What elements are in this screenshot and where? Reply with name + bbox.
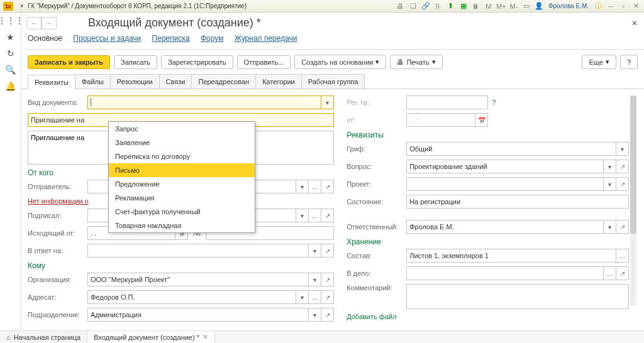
question-field[interactable]: Проектирование зданий (406, 160, 604, 173)
print-icon[interactable]: 🖶 (396, 2, 406, 11)
dropdown-icon[interactable]: ▾ (309, 273, 321, 286)
open-icon[interactable]: ↗ (321, 244, 334, 258)
dropdown-icon[interactable]: ▾ (17, 2, 27, 11)
open-icon[interactable]: ↗ (321, 180, 334, 193)
open-icon[interactable]: ↗ (321, 290, 334, 304)
open-icon[interactable]: ↗ (616, 266, 629, 280)
todeal-field[interactable] (406, 266, 604, 280)
tab-categories[interactable]: Категории (255, 74, 302, 89)
dropdown-icon[interactable]: ▾ (309, 244, 321, 258)
home-tab[interactable]: ⌂ Начальная страница (0, 332, 87, 343)
ellipsis-icon[interactable]: … (309, 209, 321, 222)
nav-journal[interactable]: Журнал передачи (235, 34, 297, 43)
close-icon[interactable]: ✕ (203, 333, 208, 341)
addfile-link[interactable]: Добавить файл (347, 313, 629, 320)
dropitem[interactable]: Счет-фактура полученный (109, 205, 255, 219)
responsible-field[interactable]: Фролова Е.М. (406, 220, 604, 234)
bell-icon[interactable]: 🔔 (5, 80, 16, 92)
send-button[interactable]: Отправить... (237, 55, 291, 69)
state-field[interactable]: На регистрации (406, 195, 629, 209)
composition-field[interactable]: Листов 1, экземпляров 1 (406, 249, 616, 263)
apps-icon[interactable]: ⋮⋮⋮ (5, 15, 16, 26)
close-tab-icon[interactable]: ✕ (631, 19, 638, 28)
compare-icon[interactable]: ❏ (408, 2, 418, 11)
dropdown-icon[interactable]: ▾ (604, 177, 616, 191)
nav-correspondence[interactable]: Переписка (152, 34, 190, 43)
info-icon[interactable]: ⓘ (593, 2, 603, 11)
calendar-icon[interactable]: 📅 (475, 113, 488, 127)
m3-icon[interactable]: M- (509, 2, 519, 11)
link-icon[interactable]: 🔗 (421, 2, 431, 11)
doc-tab[interactable]: Входящий документ (создание) * ✕ (87, 331, 215, 343)
help-button[interactable]: ? (620, 55, 638, 69)
tab-workgroup[interactable]: Рабочая группа (301, 74, 365, 89)
dropitem-selected[interactable]: Письмо (109, 163, 255, 177)
reply-field[interactable] (87, 244, 309, 258)
doc-type-field[interactable] (87, 95, 321, 109)
dropdown-icon[interactable]: ▾ (604, 160, 616, 173)
dept-field[interactable]: Администрация (87, 308, 309, 322)
box-icon[interactable]: ▭ (521, 2, 531, 11)
back-button[interactable]: ← (26, 17, 42, 30)
org-field[interactable]: ООО "Меркурий Проект" (87, 273, 309, 286)
m1-icon[interactable]: M (484, 2, 494, 11)
doc-icon[interactable]: ⎘ (433, 2, 443, 11)
doc-type-dropdown-icon[interactable]: ▾ (321, 95, 334, 109)
register-button[interactable]: Зарегистрировать (161, 55, 233, 69)
user-name[interactable]: Фролова Е.М. (548, 3, 589, 9)
tab-readdressed[interactable]: Переадресован (191, 74, 256, 89)
print-button[interactable]: 🖶 Печать ▾ (390, 55, 442, 69)
dropitem[interactable]: Запрос (109, 122, 255, 136)
dropdown-icon[interactable]: ▾ (616, 142, 629, 156)
min-icon[interactable]: ─ (606, 2, 616, 11)
grid-icon[interactable]: ▦ (458, 2, 469, 11)
m2-icon[interactable]: M+ (496, 2, 506, 11)
calc-icon[interactable]: 🖩 (471, 2, 481, 11)
dropdown-icon[interactable]: ▾ (296, 209, 309, 222)
grif-field[interactable]: Общий (406, 142, 616, 156)
tab-links[interactable]: Связи (159, 74, 192, 89)
dropdown-icon[interactable]: ▾ (604, 220, 616, 234)
dropdown-icon[interactable]: ▾ (296, 290, 309, 304)
from-date-field[interactable]: . . : (406, 113, 475, 127)
dropitem[interactable]: Предложение (109, 177, 255, 191)
dropitem[interactable]: Товарная накладная (109, 219, 255, 232)
history-icon[interactable]: ↻ (5, 48, 16, 59)
ellipsis-icon[interactable]: … (616, 249, 629, 263)
user-icon[interactable]: 👤 (534, 2, 544, 11)
regnum-field[interactable] (406, 95, 488, 109)
ellipsis-icon[interactable]: … (604, 266, 616, 280)
dropitem[interactable]: Переписка по договору (109, 150, 255, 163)
star-icon[interactable]: ★ (5, 31, 16, 43)
dropitem[interactable]: Заявление (109, 136, 255, 150)
create-based-button[interactable]: Создать на основании ▾ (294, 55, 386, 69)
more-button[interactable]: Еще ▾ (582, 55, 616, 69)
ellipsis-icon[interactable]: … (309, 180, 321, 193)
save-close-button[interactable]: Записать и закрыть (28, 55, 110, 69)
tab-files[interactable]: Файлы (75, 74, 111, 89)
tab-resolutions[interactable]: Резолюции (110, 74, 160, 89)
scrollthumb[interactable] (630, 95, 636, 234)
tab-requisites[interactable]: Реквизиты (28, 75, 75, 89)
comment-field[interactable] (406, 284, 629, 309)
ellipsis-icon[interactable]: … (309, 290, 321, 304)
open-icon[interactable]: ↗ (616, 177, 629, 191)
dropdown-icon[interactable]: ▾ (296, 180, 309, 193)
open-icon[interactable]: ↗ (321, 209, 334, 222)
open-icon[interactable]: ↗ (616, 160, 629, 173)
nav-processes[interactable]: Процессы и задачи (73, 34, 141, 43)
open-icon[interactable]: ↗ (321, 273, 334, 286)
search-icon[interactable]: 🔍 (5, 64, 16, 75)
open-icon[interactable]: ↗ (321, 308, 334, 322)
max-icon[interactable]: ▫ (618, 2, 628, 11)
open-icon[interactable]: ↗ (616, 220, 629, 234)
close-icon[interactable]: ✕ (631, 2, 641, 11)
forward-button[interactable]: → (42, 17, 57, 30)
no-info-link[interactable]: Нет информации о (28, 197, 89, 205)
dropdown-icon[interactable]: ▾ (309, 308, 321, 322)
nav-forum[interactable]: Форум (201, 34, 223, 43)
addressee-field[interactable]: Федоров О.П. (87, 290, 296, 304)
dropitem[interactable]: Рекламация (109, 191, 255, 205)
save-button[interactable]: Записать (114, 55, 157, 69)
arrow-icon[interactable]: ⬆ (446, 2, 456, 11)
